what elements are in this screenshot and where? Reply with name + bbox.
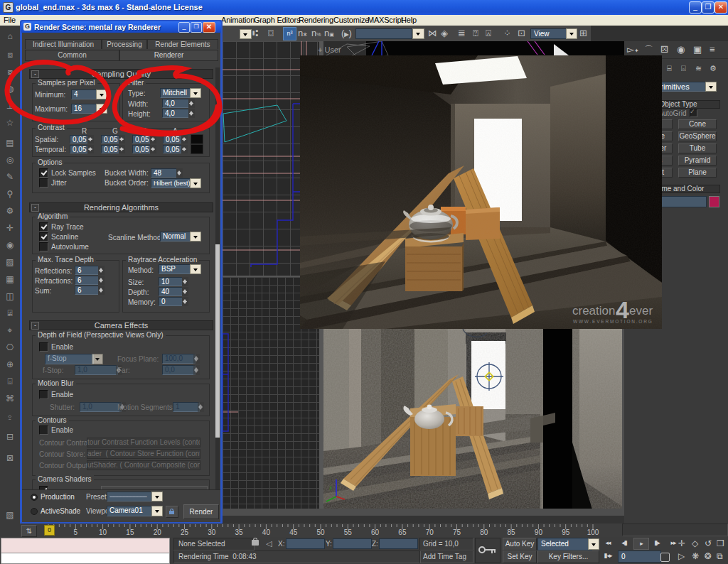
svg-text:85: 85 [508, 528, 516, 536]
svg-text:70: 70 [426, 528, 434, 536]
svg-text:15: 15 [126, 528, 134, 536]
svg-text:20: 20 [154, 528, 162, 536]
svg-text:55: 55 [344, 528, 353, 536]
svg-text:10: 10 [99, 528, 107, 536]
svg-text:40: 40 [262, 528, 271, 536]
svg-text:creation: creation [572, 304, 615, 318]
svg-text:25: 25 [181, 528, 189, 536]
svg-text:WWW.EVERMOTION.ORG: WWW.EVERMOTION.ORG [573, 319, 653, 324]
svg-text:60: 60 [371, 528, 380, 536]
svg-text:80: 80 [480, 528, 488, 536]
svg-text:30: 30 [208, 528, 216, 536]
svg-text:45: 45 [289, 528, 298, 536]
svg-text:ever: ever [629, 304, 653, 318]
svg-text:75: 75 [453, 528, 461, 536]
svg-text:35: 35 [235, 528, 244, 536]
svg-text:90: 90 [535, 528, 543, 536]
svg-text:5: 5 [74, 528, 78, 536]
svg-text:100: 100 [587, 528, 599, 536]
svg-text:50: 50 [316, 528, 325, 536]
svg-text:65: 65 [398, 528, 407, 536]
svg-text:95: 95 [562, 528, 570, 536]
